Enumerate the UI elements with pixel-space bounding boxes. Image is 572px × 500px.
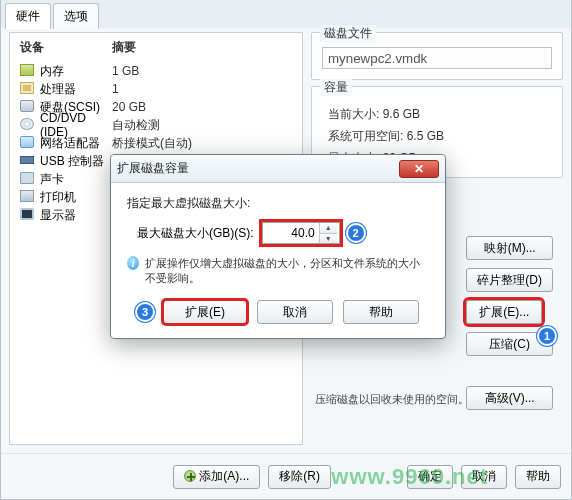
network-icon bbox=[20, 136, 34, 148]
device-row-cd[interactable]: CD/DVD (IDE)自动检测 bbox=[20, 116, 292, 134]
device-row-memory[interactable]: 内存1 GB bbox=[20, 62, 292, 80]
size-label: 最大磁盘大小(GB)(S): bbox=[137, 225, 254, 242]
col-device: 设备 bbox=[20, 39, 112, 56]
capacity-current: 当前大小: 9.6 GB bbox=[328, 105, 552, 123]
remove-button[interactable]: 移除(R) bbox=[268, 465, 331, 489]
usb-icon bbox=[20, 156, 34, 164]
cpu-icon bbox=[20, 82, 34, 94]
cancel-button[interactable]: 取消 bbox=[461, 465, 507, 489]
footer-bar: 添加(A)... 移除(R) 确定 取消 帮助 bbox=[1, 453, 571, 499]
device-row-network[interactable]: 网络适配器桥接模式(自动) bbox=[20, 134, 292, 152]
map-button[interactable]: 映射(M)... bbox=[466, 236, 553, 260]
ok-button[interactable]: 确定 bbox=[407, 465, 453, 489]
dialog-titlebar[interactable]: 扩展磁盘容量 ✕ bbox=[111, 155, 445, 183]
dialog-cancel-button[interactable]: 取消 bbox=[257, 300, 333, 324]
dialog-info: 扩展操作仅增大虚拟磁盘的大小，分区和文件系统的大小不受影响。 bbox=[145, 256, 429, 286]
advanced-button[interactable]: 高级(V)... bbox=[466, 386, 553, 410]
disk-file-title: 磁盘文件 bbox=[320, 25, 376, 42]
callout-1: 1 bbox=[539, 328, 555, 344]
capacity-free: 系统可用空间: 6.5 GB bbox=[328, 127, 552, 145]
dialog-help-button[interactable]: 帮助 bbox=[343, 300, 419, 324]
spinner-up[interactable]: ▲ bbox=[320, 223, 337, 234]
memory-icon bbox=[20, 64, 34, 76]
plus-icon bbox=[184, 470, 196, 482]
display-icon bbox=[20, 208, 34, 220]
dialog-prompt: 指定最大虚拟磁盘大小: bbox=[127, 195, 429, 212]
dialog-close-button[interactable]: ✕ bbox=[399, 160, 439, 178]
disk-utilities: 映射(M)... 碎片整理(D) 扩展(E)... 1 压缩(C) 高级(V).… bbox=[466, 236, 553, 410]
info-icon: i bbox=[127, 256, 139, 270]
defrag-button[interactable]: 碎片整理(D) bbox=[466, 268, 553, 292]
add-button[interactable]: 添加(A)... bbox=[173, 465, 260, 489]
capacity-title: 容量 bbox=[320, 79, 352, 96]
dialog-expand-button[interactable]: 扩展(E) bbox=[163, 300, 247, 324]
size-input[interactable] bbox=[263, 223, 319, 243]
callout-3: 3 bbox=[137, 304, 153, 320]
cd-icon bbox=[20, 118, 34, 130]
help-button[interactable]: 帮助 bbox=[515, 465, 561, 489]
printer-icon bbox=[20, 190, 34, 202]
tab-hardware[interactable]: 硬件 bbox=[5, 3, 51, 29]
close-icon: ✕ bbox=[414, 162, 424, 176]
size-spinner: ▲ ▼ bbox=[262, 222, 340, 244]
disk-file-group: 磁盘文件 bbox=[311, 32, 563, 80]
sound-icon bbox=[20, 172, 34, 184]
disk-file-input[interactable] bbox=[322, 47, 552, 69]
expand-button[interactable]: 扩展(E)... bbox=[466, 300, 542, 324]
device-row-cpu[interactable]: 处理器1 bbox=[20, 80, 292, 98]
dialog-title: 扩展磁盘容量 bbox=[117, 160, 399, 177]
spinner-down[interactable]: ▼ bbox=[320, 234, 337, 244]
col-summary: 摘要 bbox=[112, 39, 136, 56]
hdd-icon bbox=[20, 100, 34, 112]
expand-disk-dialog: 扩展磁盘容量 ✕ 指定最大虚拟磁盘大小: 最大磁盘大小(GB)(S): ▲ ▼ … bbox=[110, 154, 446, 339]
callout-2: 2 bbox=[348, 225, 364, 241]
